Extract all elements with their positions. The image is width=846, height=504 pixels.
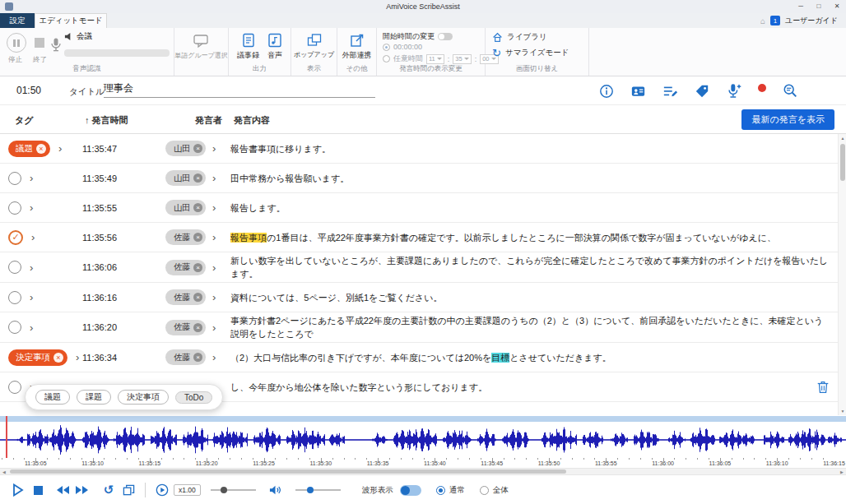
remove-tag-icon[interactable]: × <box>36 144 46 154</box>
waveform-display-toggle[interactable] <box>400 485 421 496</box>
speaker-pill[interactable]: 山田× <box>165 141 206 156</box>
mic-plus-icon[interactable] <box>726 83 741 99</box>
tag-pill[interactable]: 議題× <box>8 141 50 157</box>
pause-button[interactable] <box>7 33 26 53</box>
replay-button[interactable]: ↺ <box>99 483 119 497</box>
speaker-chevron-icon[interactable]: › <box>212 143 216 154</box>
tag-icon[interactable] <box>695 84 709 99</box>
remove-speaker-icon[interactable]: × <box>193 323 202 332</box>
title-input[interactable]: 理事会 <box>104 81 375 98</box>
row-content[interactable]: 田中常務から報告願います。 <box>230 172 838 185</box>
time-hour-spinner[interactable]: 11 <box>426 54 444 64</box>
summarize-mode-button[interactable]: ↻ サマライズモード <box>492 48 569 58</box>
show-latest-button[interactable]: 最新の発言を表示 <box>741 109 834 130</box>
search-eq-icon[interactable] <box>783 83 798 99</box>
waveform-overview-strip[interactable] <box>0 416 846 422</box>
speaker-chevron-icon[interactable]: › <box>212 262 216 273</box>
delete-row-button[interactable] <box>808 380 838 395</box>
expand-chevron-icon[interactable]: › <box>30 262 33 273</box>
row-select-marker[interactable] <box>8 291 21 304</box>
notification-count-badge[interactable]: 1 <box>770 16 780 25</box>
library-button[interactable]: ライブラリ <box>492 32 547 43</box>
remove-speaker-icon[interactable]: × <box>193 233 202 242</box>
speed-slider[interactable] <box>211 489 256 491</box>
speaker-pill[interactable]: 佐藤× <box>165 260 206 275</box>
row-content[interactable]: 報告事項の1番目は、平成22年度事業方針書の確定です。以前示しましたところに一部… <box>230 231 838 244</box>
maximize-button[interactable]: □ <box>810 0 828 13</box>
scroll-up-icon[interactable]: ▲ <box>839 134 846 142</box>
expand-chevron-icon[interactable]: › <box>31 232 35 243</box>
speaker-chevron-icon[interactable]: › <box>212 352 216 363</box>
export-audio-button[interactable]: 音声 <box>267 33 282 61</box>
remove-speaker-icon[interactable]: × <box>193 144 202 153</box>
tag-option-1[interactable]: 課題 <box>77 390 111 405</box>
speaker-chevron-icon[interactable]: › <box>212 202 216 213</box>
close-button[interactable]: ✕ <box>828 0 846 13</box>
speaker-pill[interactable]: 佐藤× <box>165 349 206 365</box>
minimize-button[interactable]: ─ <box>792 0 810 13</box>
table-scrollbar[interactable]: ▲ ▼ <box>838 134 846 415</box>
speaker-pill[interactable]: 山田× <box>165 200 206 215</box>
external-link-button[interactable]: 外部連携 <box>342 33 372 61</box>
row-content[interactable]: し、今年度から地公体を除いた数字という形にしております。 <box>230 381 808 394</box>
speaker-chevron-icon[interactable]: › <box>212 173 216 183</box>
row-content[interactable]: 資料については、5ページ、別紙1をご覧ください。 <box>230 291 838 304</box>
start-time-toggle[interactable] <box>438 33 453 40</box>
row-content[interactable]: 報告書事項に移ります。 <box>230 142 838 155</box>
header-speaker[interactable]: 発言者 <box>195 114 222 127</box>
speaker-pill[interactable]: 佐藤× <box>165 320 206 335</box>
waveform-scrollbar-thumb[interactable] <box>10 469 566 474</box>
header-tag[interactable]: タグ <box>15 114 34 127</box>
scroll-left-icon[interactable]: ◀ <box>0 469 8 476</box>
speaker-pill[interactable]: 佐藤× <box>165 229 206 245</box>
speaker-pill[interactable]: 佐藤× <box>165 289 206 305</box>
scroll-down-icon[interactable]: ▼ <box>839 407 846 415</box>
tag-option-0[interactable]: 議題 <box>35 390 70 405</box>
expand-chevron-icon[interactable]: › <box>30 292 33 303</box>
tag-option-2[interactable]: 決定事項 <box>118 390 169 405</box>
rewind-button[interactable] <box>53 485 72 495</box>
audio-waveform[interactable] <box>0 422 846 458</box>
row-select-marker[interactable] <box>8 201 21 215</box>
row-content[interactable]: （2）大口与信比率の引き下げですが、本年度については20%を目標とさせていただき… <box>230 351 838 364</box>
volume-slider-knob[interactable] <box>307 487 314 493</box>
contact-card-icon[interactable] <box>630 84 646 99</box>
radio-normal[interactable]: 通常 <box>436 485 465 496</box>
popup-view-button[interactable]: ポップアップ <box>294 33 334 59</box>
stop-button[interactable] <box>28 486 48 495</box>
user-guide-link[interactable]: ユーザーガイド <box>785 16 838 26</box>
radio-whole[interactable]: 全体 <box>480 485 509 496</box>
time-minute-spinner[interactable]: 35 <box>453 54 471 64</box>
tab-edit-mode[interactable]: エディットモード <box>35 13 107 28</box>
volume-slider[interactable] <box>295 489 341 491</box>
play-button[interactable] <box>8 483 28 497</box>
header-time-sorted[interactable]: ↑ 発言時間 <box>85 114 128 127</box>
expand-chevron-icon[interactable]: › <box>58 143 62 154</box>
end-recording-icon[interactable] <box>35 38 44 48</box>
zero-time-radio[interactable] <box>383 44 390 51</box>
row-select-marker[interactable] <box>8 381 21 394</box>
speaker-chevron-icon[interactable]: › <box>212 322 216 333</box>
expand-chevron-icon[interactable]: › <box>30 202 33 213</box>
tab-settings[interactable]: 設定 <box>0 13 35 28</box>
export-minutes-button[interactable]: 議事録 <box>237 33 259 61</box>
scrollbar-thumb[interactable] <box>840 144 845 181</box>
copy-waveform-button[interactable] <box>119 484 138 497</box>
fast-forward-button[interactable] <box>72 485 92 495</box>
speaker-chevron-icon[interactable]: › <box>212 232 216 243</box>
remove-speaker-icon[interactable]: × <box>193 293 202 302</box>
expand-chevron-icon[interactable]: › <box>30 322 33 333</box>
volume-icon[interactable] <box>266 484 286 496</box>
header-content[interactable]: 発言内容 <box>234 114 270 127</box>
row-check-marker[interactable]: ✓ <box>8 230 23 245</box>
word-group-select-button[interactable]: 単語グループ選択 <box>174 34 228 60</box>
remove-speaker-icon[interactable]: × <box>193 173 202 183</box>
help-home-icon[interactable]: ⌂ <box>760 16 765 25</box>
speed-value[interactable]: x1.00 <box>174 484 201 496</box>
row-content[interactable]: 事業方針書2ページにあたる平成22年度の主要計数の中の主要課題のうちの（2）と（… <box>230 314 838 340</box>
row-select-marker[interactable] <box>8 321 21 334</box>
remove-tag-icon[interactable]: × <box>53 353 63 363</box>
expand-chevron-icon[interactable]: › <box>76 352 79 363</box>
speaker-pill[interactable]: 山田× <box>165 170 206 186</box>
remove-speaker-icon[interactable]: × <box>193 263 202 272</box>
